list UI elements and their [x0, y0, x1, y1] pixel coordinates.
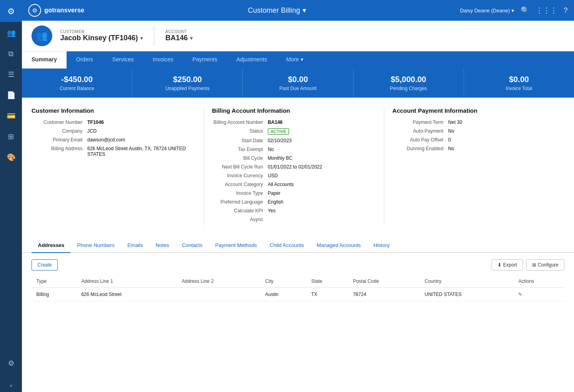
- bottom-tab-history[interactable]: History: [367, 238, 396, 253]
- unapplied-payments-amount: $250.00: [140, 75, 234, 84]
- pending-charges-amount: $5,000.00: [362, 75, 456, 84]
- header-divider: [154, 25, 154, 46]
- brand: ⊙ gotransverse: [28, 4, 85, 17]
- tab-services[interactable]: Services: [103, 51, 144, 69]
- export-button[interactable]: ⬇ Export: [491, 259, 523, 270]
- row-actions[interactable]: ✎: [513, 288, 564, 302]
- customer-avatar: 👥: [31, 25, 52, 46]
- row-type: Billing: [31, 288, 77, 302]
- bottom-tab-addresses[interactable]: Addresses: [31, 238, 71, 253]
- main-tabs: Summary Orders Services Invoices Payment…: [22, 51, 574, 69]
- tax-exempt-val: No: [268, 147, 274, 152]
- sidebar-item-users[interactable]: 👥: [0, 24, 22, 43]
- row-city: Austin: [260, 288, 306, 302]
- col-postal-code: Postal Code: [348, 275, 420, 288]
- export-label: Export: [503, 262, 517, 268]
- customer-name[interactable]: Jacob Kinsey (TF1046) ▾: [60, 34, 143, 42]
- info-row-status: Status ACTIVE: [212, 128, 376, 135]
- sidebar-item-file[interactable]: 📄: [0, 86, 22, 105]
- info-row-start-date: Start Date 02/10/2023: [212, 138, 376, 143]
- info-row-next-bill-cycle: Next Bill Cycle Run 01/01/2022 to 02/01/…: [212, 164, 376, 170]
- row-state: TX: [307, 288, 348, 302]
- topnav-title-arrow[interactable]: ▾: [303, 6, 306, 15]
- invoice-type-key: Invoice Type: [212, 190, 268, 196]
- start-date-key: Start Date: [212, 138, 268, 143]
- summary-cards: -$450.00 Current Balance $250.00 Unappli…: [22, 69, 574, 98]
- tab-payments[interactable]: Payments: [183, 51, 227, 69]
- row-postal-code: 78724: [348, 288, 420, 302]
- customer-info-block: CUSTOMER Jacob Kinsey (TF1046) ▾: [60, 29, 143, 42]
- topnav-center: Customer Billing ▾: [94, 6, 460, 15]
- sidebar-item-palette[interactable]: 🎨: [0, 148, 22, 167]
- sidebar-item-list[interactable]: ☰: [0, 65, 22, 84]
- addresses-table-area: Create ⬇ Export ⊞ Configure Type: [22, 253, 574, 308]
- card-past-due: $0.00 Past Due Amount: [243, 69, 353, 98]
- configure-label: Configure: [538, 262, 558, 268]
- avatar-icon: 👥: [36, 30, 48, 41]
- bottom-tab-phone-numbers[interactable]: Phone Numbers: [71, 238, 121, 253]
- search-icon[interactable]: 🔍: [521, 6, 529, 15]
- customer-header: 👥 CUSTOMER Jacob Kinsey (TF1046) ▾ ACCOU…: [22, 21, 574, 51]
- status-key: Status: [212, 128, 268, 134]
- bottom-tabs: Addresses Phone Numbers Emails Notes Con…: [22, 238, 574, 253]
- next-bill-cycle-val: 01/01/2022 to 02/01/2022: [268, 164, 322, 170]
- billing-address-key: Billing Address: [31, 146, 87, 151]
- current-balance-amount: -$450.00: [30, 75, 124, 84]
- dunning-enabled-key: Dunning Enabled: [392, 146, 448, 151]
- create-button[interactable]: Create: [31, 259, 58, 270]
- bottom-tab-payment-methods[interactable]: Payment Methods: [209, 238, 263, 253]
- sidebar-item-copy[interactable]: ⧉: [0, 44, 22, 63]
- topnav-user[interactable]: Daisy Deane (Deane) ▾: [460, 8, 514, 14]
- account-category-key: Account Category: [212, 182, 268, 187]
- tab-summary[interactable]: Summary: [22, 51, 67, 69]
- customer-dropdown-arrow[interactable]: ▾: [140, 35, 143, 41]
- brand-logo-icon: ⊙: [32, 7, 37, 14]
- bottom-tab-contacts[interactable]: Contacts: [175, 238, 208, 253]
- row-country: UNITED STATES: [420, 288, 513, 302]
- topnav: ⊙ gotransverse Customer Billing ▾ Daisy …: [22, 0, 574, 21]
- unapplied-payments-label: Unapplied Payments: [140, 86, 234, 91]
- bottom-tab-managed-accounts[interactable]: Managed Accounts: [311, 238, 368, 253]
- apps-icon[interactable]: ⋮⋮⋮: [536, 6, 557, 15]
- col-city: City: [260, 275, 306, 288]
- configure-button[interactable]: ⊞ Configure: [526, 259, 564, 270]
- tab-more[interactable]: More ▾: [277, 51, 313, 69]
- addresses-table: Type Address Line 1 Address Line 2 City …: [31, 275, 564, 302]
- configure-icon: ⊞: [532, 262, 536, 268]
- bottom-tab-notes[interactable]: Notes: [149, 238, 175, 253]
- customer-number-key: Customer Number: [31, 120, 87, 125]
- sidebar-expand-button[interactable]: »: [0, 379, 22, 392]
- pending-charges-label: Pending Charges: [362, 86, 456, 91]
- bottom-tab-child-accounts[interactable]: Child Accounts: [263, 238, 311, 253]
- brand-name: gotransverse: [44, 7, 85, 14]
- sidebar-logo[interactable]: ⊙: [0, 0, 22, 22]
- auto-payment-key: Auto-Payment: [392, 128, 448, 134]
- topnav-title: Customer Billing ▾: [248, 6, 306, 15]
- tab-adjustments[interactable]: Adjustments: [227, 51, 277, 69]
- help-icon[interactable]: ?: [564, 6, 568, 15]
- account-dropdown-arrow[interactable]: ▾: [190, 35, 193, 41]
- info-row-calculate-kpi: Calculate KPI Yes: [212, 208, 376, 214]
- card-unapplied-payments: $250.00 Unapplied Payments: [132, 69, 243, 98]
- invoice-currency-key: Invoice Currency: [212, 173, 268, 178]
- status-val: ACTIVE: [268, 128, 289, 135]
- tab-invoices[interactable]: Invoices: [143, 51, 183, 69]
- sidebar-item-card[interactable]: 💳: [0, 106, 22, 125]
- col-country: Country: [420, 275, 513, 288]
- bill-cycle-key: Bill Cycle: [212, 155, 268, 161]
- account-name[interactable]: BA146 ▾: [165, 34, 193, 42]
- sidebar-item-grid[interactable]: ⊞: [0, 127, 22, 146]
- info-row-auto-pay-offset: Auto Pay Offset 0: [392, 137, 556, 143]
- company-key: Company: [31, 128, 87, 134]
- col-actions: Actions: [513, 275, 564, 288]
- col-type: Type: [31, 275, 77, 288]
- account-label: ACCOUNT: [165, 29, 193, 34]
- info-row-customer-number: Customer Number TF1046: [31, 120, 196, 125]
- billing-account-number-key: Billing Account Number: [212, 120, 268, 125]
- bottom-tab-emails[interactable]: Emails: [121, 238, 149, 253]
- table-action-buttons: ⬇ Export ⊞ Configure: [491, 259, 564, 270]
- sidebar-item-settings[interactable]: ⚙: [0, 354, 22, 373]
- tab-orders[interactable]: Orders: [67, 51, 103, 69]
- calculate-kpi-val: Yes: [268, 208, 276, 214]
- edit-icon[interactable]: ✎: [518, 292, 522, 297]
